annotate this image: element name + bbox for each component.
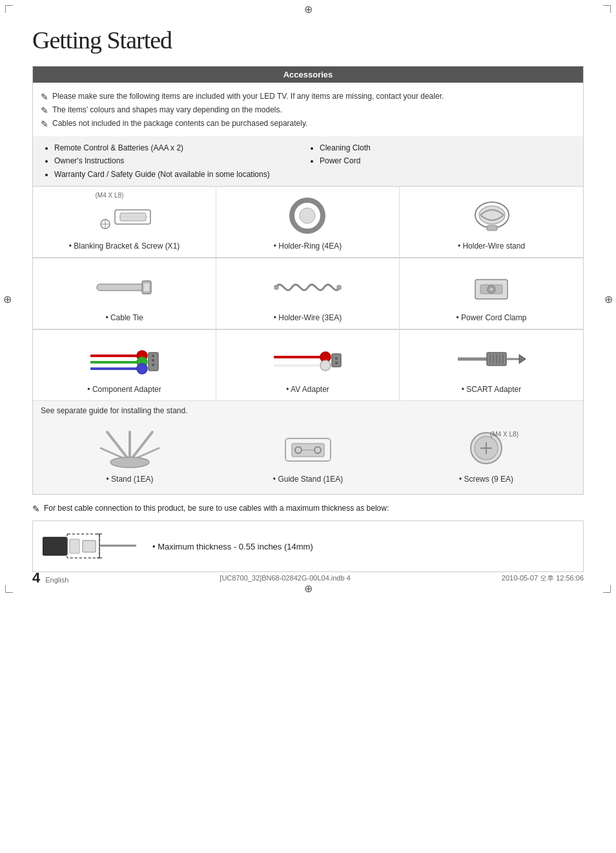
svg-rect-61 <box>43 537 67 555</box>
holder-wire-stand-img <box>406 194 577 236</box>
component-adapter-img <box>39 338 209 380</box>
thickness-box: Maximum thickness - 0.55 inches (14mm) <box>32 520 584 572</box>
page-title: Getting Started <box>32 26 584 54</box>
accessories-header: Accessories <box>33 67 583 83</box>
svg-point-7 <box>300 208 315 223</box>
included-item-1: Remote Control & Batteries (AAA x 2) <box>54 141 308 154</box>
note-2: ✎ The items' colours and shapes may vary… <box>41 105 575 116</box>
guide-stand-label: Guide Stand (1EA) <box>273 475 343 484</box>
svg-point-35 <box>335 357 338 360</box>
screws-img: (M4 X L8) <box>451 426 522 471</box>
item-holder-wire: Holder-Wire (3EA) <box>216 258 400 329</box>
item-holder-wire-stand: Holder-Wire stand <box>400 187 583 258</box>
corner-mark-tr <box>603 5 611 13</box>
footer-date: 2010-05-07 오후 12:56:06 <box>502 573 584 583</box>
holder-ring-img <box>223 194 393 236</box>
corner-mark-tl <box>5 5 13 13</box>
svg-rect-64 <box>83 540 96 552</box>
accessories-section: Accessories ✎ Please make sure the follo… <box>32 66 584 495</box>
item-scart-adapter: SCART Adapter <box>400 330 583 401</box>
cable-note-icon: ✎ <box>32 504 40 514</box>
footer: 4 English [UC8700_32]BN68-02842G-00L04.i… <box>32 570 584 586</box>
holder-wire-stand-label: Holder-Wire stand <box>458 242 525 251</box>
svg-rect-63 <box>70 539 79 553</box>
svg-point-29 <box>152 364 154 366</box>
svg-marker-45 <box>519 355 526 364</box>
item-cable-tie: Cable Tie <box>33 258 216 329</box>
thickness-text: Maximum thickness - 0.55 inches (14mm) <box>152 542 313 551</box>
stand-img <box>94 426 165 471</box>
blanking-bracket-label: Blanking Bracket & Screw (X1) <box>69 242 180 251</box>
svg-point-9 <box>479 206 505 224</box>
item-holder-ring: Holder-Ring (4EA) <box>216 187 400 258</box>
items-grid-row1: (M4 X L8) Blanking Bracket <box>33 186 583 258</box>
cable-tie-img <box>39 266 209 308</box>
holder-wire-label: Holder-Wire (3EA) <box>274 313 342 322</box>
av-adapter-img <box>223 338 393 380</box>
included-item-5: Power Cord <box>320 154 573 167</box>
svg-point-28 <box>152 359 154 362</box>
note-icon-1: ✎ <box>41 92 48 102</box>
footer-left: 4 English <box>32 570 68 586</box>
footer-language: English <box>45 576 68 584</box>
stand-note: See separate guide for installing the st… <box>41 406 575 415</box>
svg-point-25 <box>137 364 147 374</box>
cable-note: ✎ For best cable connection to this prod… <box>32 504 584 514</box>
scart-adapter-img <box>406 338 577 380</box>
left-center-mark: ⊕ <box>3 293 12 305</box>
included-items-list: Remote Control & Batteries (AAA x 2) Own… <box>33 136 583 186</box>
note-icon-3: ✎ <box>41 119 48 129</box>
component-adapter-label: Component Adapter <box>87 385 161 394</box>
screws-label: Screws (9 EA) <box>459 475 513 484</box>
note-icon-2: ✎ <box>41 105 48 116</box>
svg-rect-15 <box>337 285 341 289</box>
item-component-adapter: Component Adapter <box>33 330 216 401</box>
svg-rect-14 <box>274 285 278 289</box>
right-center-mark: ⊕ <box>604 293 613 305</box>
included-item-2: Owner's Instructions <box>54 154 308 167</box>
svg-point-51 <box>110 457 149 468</box>
item-blanking-bracket: (M4 X L8) Blanking Bracket <box>33 187 216 258</box>
guide-stand-item: Guide Stand (1EA) <box>219 420 397 489</box>
stand-section: See separate guide for installing the st… <box>33 401 583 494</box>
svg-point-19 <box>489 287 493 291</box>
stand-item: Stand (1EA) <box>41 420 219 489</box>
svg-point-36 <box>335 362 338 364</box>
corner-mark-br <box>603 585 611 593</box>
page-number: 4 <box>32 570 40 586</box>
svg-rect-13 <box>143 283 150 292</box>
top-center-mark: ⊕ <box>304 3 313 15</box>
guide-stand-img <box>272 426 344 471</box>
notes-section: ✎ Please make sure the following items a… <box>33 89 583 136</box>
bullet-col-right: Cleaning Cloth Power Cord <box>308 141 573 181</box>
power-cord-clamp-img <box>406 266 577 308</box>
holder-ring-label: Holder-Ring (4EA) <box>274 242 342 251</box>
corner-mark-bl <box>5 585 13 593</box>
bullet-col-left: Remote Control & Batteries (AAA x 2) Own… <box>43 141 308 181</box>
included-item-3: Warranty Card / Safety Guide (Not availa… <box>54 168 308 181</box>
svg-rect-34 <box>332 354 341 367</box>
svg-rect-10 <box>487 225 497 231</box>
svg-point-33 <box>320 360 331 371</box>
cable-tie-label: Cable Tie <box>105 313 143 322</box>
stand-grid: Stand (1EA) Guide Stand <box>41 420 575 489</box>
scart-adapter-label: SCART Adapter <box>462 385 521 394</box>
page: ⊕ ⊕ ⊕ ⊕ Getting Started Accessories ✎ Pl… <box>0 0 616 598</box>
thickness-img <box>43 528 139 565</box>
blanking-bracket-img: (M4 X L8) <box>39 194 209 236</box>
items-grid-row2: Cable Tie Holder-Wire (3EA) <box>33 258 583 329</box>
av-adapter-label: AV Adapter <box>286 385 329 394</box>
footer-file-info: [UC8700_32]BN68-02842G-00L04.indb 4 <box>220 574 350 582</box>
power-cord-clamp-label: Power Cord Clamp <box>457 313 527 322</box>
note-3: ✎ Cables not included in the package con… <box>41 119 575 129</box>
svg-point-27 <box>152 355 154 357</box>
holder-wire-img <box>223 266 393 308</box>
stand-label: Stand (1EA) <box>107 475 154 484</box>
svg-rect-11 <box>97 284 145 291</box>
note-1: ✎ Please make sure the following items a… <box>41 92 575 102</box>
items-grid-row3: Component Adapter <box>33 329 583 401</box>
screws-item: (M4 X L8) Screws (9 EA) <box>397 420 575 489</box>
item-power-cord-clamp: Power Cord Clamp <box>400 258 583 329</box>
item-av-adapter: AV Adapter <box>216 330 400 401</box>
included-item-4: Cleaning Cloth <box>320 141 573 154</box>
